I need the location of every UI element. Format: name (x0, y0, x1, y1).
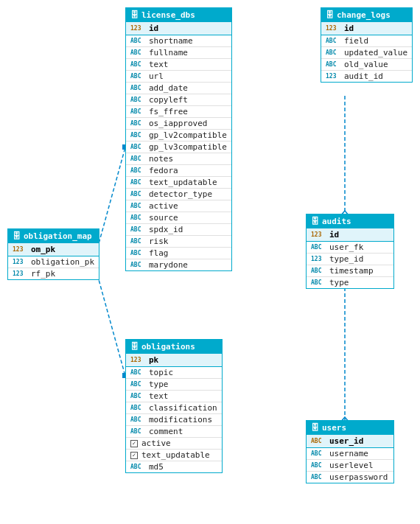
table-header-obligation-map: 🗄 obligation_map (8, 229, 99, 243)
pk-field-name: id (149, 24, 158, 33)
field-obl-type: ABCtype (126, 379, 222, 391)
table-change-logs: 🗄 change_logs 123 id ABCfield ABCupdated… (321, 7, 413, 83)
checkbox-text-updatable (130, 452, 138, 459)
field-fs-ffree: ABCfs_ffree (126, 106, 231, 118)
pk-row-users: ABC user_id (307, 435, 393, 448)
table-header-users: 🗄 users (307, 421, 393, 435)
pk-obligations: pk (149, 355, 158, 365)
field-aud-timestamp: ABCtimestamp (307, 265, 393, 277)
field-risk: ABCrisk (126, 236, 231, 248)
field-cl-audit-id: 123audit_id (321, 71, 412, 82)
field-obl-active: active (126, 438, 222, 450)
field-obl-md5: ABCmd5 (126, 461, 222, 472)
pk-row-license-dbs: 123 id (126, 22, 231, 35)
field-obligation-pk: 123obligation_pk (8, 256, 99, 268)
field-gp-lv2: ABCgp_lv2compatible (126, 130, 231, 142)
field-cl-field: ABCfield (321, 35, 412, 47)
field-cl-old-value: ABCold_value (321, 59, 412, 71)
field-active: ABCactive (126, 200, 231, 212)
field-shortname: ABCshortname (126, 35, 231, 47)
db-icon-obligation-map: 🗄 (13, 231, 21, 241)
pk-key-badge: 123 (130, 25, 147, 32)
table-obligation-map: 🗄 obligation_map 123 om_pk 123obligation… (7, 228, 99, 280)
field-obl-text-updatable: text_updatable (126, 450, 222, 461)
pk-om: om_pk (31, 245, 55, 254)
db-icon-license-dbs: 🗄 (130, 10, 139, 20)
field-gp-lv3: ABCgp_lv3compatible (126, 142, 231, 153)
field-aud-type: ABCtype (307, 277, 393, 288)
field-obl-modifications: ABCmodifications (126, 414, 222, 426)
pk-users: user_id (329, 436, 363, 446)
svg-line-3 (96, 269, 125, 376)
pk-audits: id (329, 230, 339, 240)
field-obl-comment: ABCcomment (126, 426, 222, 438)
pk-change-logs: id (344, 24, 354, 33)
table-users: 🗄 users ABC user_id ABCusername ABCuserl… (306, 420, 394, 483)
field-text: ABCtext (126, 59, 231, 71)
field-fullname: ABCfullname (126, 47, 231, 59)
db-icon-audits: 🗄 (311, 217, 319, 226)
db-icon-users: 🗄 (311, 423, 319, 433)
pk-row-obligations: 123 pk (126, 354, 222, 367)
field-aud-type-id: 123type_id (307, 254, 393, 265)
field-os-iapproved: ABCos_iapproved (126, 118, 231, 130)
field-flag: ABCflag (126, 248, 231, 259)
field-text-updatable: ABCtext_updatable (126, 177, 231, 189)
field-fedora: ABCfedora (126, 165, 231, 177)
field-marydone: ABCmarydone (126, 259, 231, 270)
field-notes: ABCnotes (126, 153, 231, 165)
field-usr-username: ABCusername (307, 448, 393, 460)
pk-row-audits: 123 id (307, 228, 393, 242)
db-icon-change-logs: 🗄 (326, 10, 334, 20)
svg-line-0 (96, 147, 125, 254)
table-header-change-logs: 🗄 change_logs (321, 8, 412, 22)
field-rf-pk: 123rf_pk (8, 268, 99, 279)
field-aud-user-fk: ABCuser_fk (307, 242, 393, 254)
table-header-obligations: 🗄 obligations (126, 340, 222, 354)
field-obl-text: ABCtext (126, 391, 222, 402)
field-detector-type: ABCdetector_type (126, 189, 231, 200)
field-usr-userlevel: ABCuserlevel (307, 460, 393, 472)
table-obligations: 🗄 obligations 123 pk ABCtopic ABCtype AB… (125, 339, 223, 473)
table-audits: 🗄 audits 123 id ABCuser_fk 123type_id AB… (306, 214, 394, 289)
field-add-date: ABCadd_date (126, 83, 231, 94)
field-spdx-id: ABCspdx_id (126, 224, 231, 236)
table-header-license-dbs: 🗄 license_dbs (126, 8, 231, 22)
field-obl-classification: ABCclassification (126, 402, 222, 414)
pk-row-obligation-map: 123 om_pk (8, 243, 99, 256)
field-cl-updated-value: ABCupdated_value (321, 47, 412, 59)
field-obl-topic: ABCtopic (126, 367, 222, 379)
table-header-audits: 🗄 audits (307, 214, 393, 228)
db-icon-obligations: 🗄 (130, 342, 139, 352)
field-source: ABCsource (126, 212, 231, 224)
field-url: ABCurl (126, 71, 231, 83)
checkbox-active (130, 440, 138, 447)
field-usr-userpassword: ABCuserpassword (307, 472, 393, 483)
pk-row-change-logs: 123 id (321, 22, 412, 35)
field-copyleft: ABCcopyleft (126, 94, 231, 106)
table-license-dbs: 🗄 license_dbs 123 id ABCshortname ABCful… (125, 7, 232, 271)
